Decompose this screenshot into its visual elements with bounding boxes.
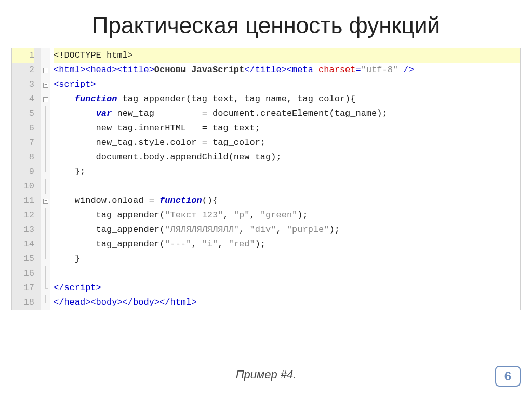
- code-line: new_tag.innerHTML = tag_text;: [54, 121, 520, 135]
- code-line: <html><head><title>Основы JavaScript</ti…: [54, 63, 520, 77]
- code-line: window.onload = function(){: [54, 194, 520, 208]
- code-line: tag_appender("Текст_123", "p", "green");: [54, 208, 520, 223]
- line-number: 17: [12, 281, 34, 295]
- line-number: 9: [12, 164, 34, 179]
- code-editor: 123456789101112131415161718 <!DOCTYPE ht…: [11, 48, 521, 310]
- line-number: 3: [12, 77, 34, 92]
- fold-marker: [41, 194, 50, 208]
- line-number: 13: [12, 223, 34, 237]
- line-number: 2: [12, 63, 34, 77]
- line-number: 10: [12, 179, 34, 194]
- fold-marker: [41, 266, 50, 281]
- code-line: document.body.appendChild(new_tag);: [54, 150, 520, 164]
- code-line: }: [54, 252, 520, 266]
- fold-marker: [41, 281, 50, 295]
- code-line: [54, 179, 520, 194]
- code-line: function tag_appender(tag_text, tag_name…: [54, 92, 520, 106]
- fold-marker: [41, 77, 50, 92]
- line-number: 6: [12, 121, 34, 135]
- fold-marker: [41, 135, 50, 150]
- fold-marker: [41, 92, 50, 106]
- fold-column: [41, 48, 50, 310]
- code-line: new_tag.style.color = tag_color;: [54, 135, 520, 150]
- code-line: tag_appender("ЛЯЛЯЛЯЛЯЛЯЛЛ", "div", "pur…: [54, 223, 520, 237]
- fold-marker: [41, 48, 50, 63]
- fold-marker: [41, 164, 50, 179]
- slide-title: Практическая ценность функций: [0, 0, 532, 48]
- code-line: <script>: [54, 77, 520, 92]
- fold-marker: [41, 121, 50, 135]
- line-number-gutter: 123456789101112131415161718: [12, 48, 41, 310]
- fold-marker: [41, 106, 50, 121]
- fold-marker: [41, 208, 50, 223]
- fold-marker: [41, 295, 50, 310]
- fold-marker: [41, 237, 50, 252]
- line-number: 11: [12, 194, 34, 208]
- code-line: };: [54, 164, 520, 179]
- line-number: 5: [12, 106, 34, 121]
- page-number-badge: 6: [495, 366, 521, 387]
- line-number: 4: [12, 92, 34, 106]
- fold-marker: [41, 179, 50, 194]
- fold-marker: [41, 223, 50, 237]
- line-number: 1: [12, 48, 34, 63]
- line-number: 14: [12, 237, 34, 252]
- line-number: 7: [12, 135, 34, 150]
- fold-marker: [41, 63, 50, 77]
- code-line: </head><body></body></html>: [54, 295, 520, 310]
- line-number: 8: [12, 150, 34, 164]
- fold-marker: [41, 252, 50, 266]
- line-number: 18: [12, 295, 34, 310]
- code-area: <!DOCTYPE html><html><head><title>Основы…: [50, 48, 520, 310]
- line-number: 15: [12, 252, 34, 266]
- code-line: var new_tag = document.createElement(tag…: [54, 106, 520, 121]
- example-caption: Пример #4.: [0, 368, 532, 381]
- fold-marker: [41, 150, 50, 164]
- line-number: 16: [12, 266, 34, 281]
- code-line: tag_appender("---", "i", "red");: [54, 237, 520, 252]
- code-line: </script>: [54, 281, 520, 295]
- code-line: <!DOCTYPE html>: [54, 48, 520, 63]
- code-line: [54, 266, 520, 281]
- line-number: 12: [12, 208, 34, 223]
